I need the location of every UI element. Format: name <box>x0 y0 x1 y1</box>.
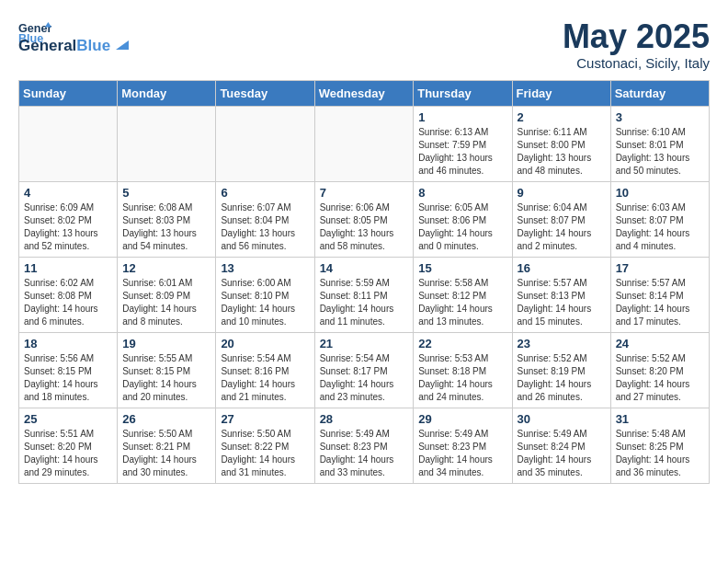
calendar-day-cell: 8Sunrise: 6:05 AM Sunset: 8:06 PM Daylig… <box>414 181 512 257</box>
day-info: Sunrise: 5:56 AM Sunset: 8:15 PM Dayligh… <box>24 352 112 404</box>
calendar-day-cell <box>19 106 118 181</box>
day-number: 10 <box>616 186 704 200</box>
day-info: Sunrise: 6:02 AM Sunset: 8:08 PM Dayligh… <box>24 277 112 328</box>
calendar-day-cell: 13Sunrise: 6:00 AM Sunset: 8:10 PM Dayli… <box>216 257 314 332</box>
day-number: 31 <box>616 412 704 426</box>
calendar-day-cell: 6Sunrise: 6:07 AM Sunset: 8:04 PM Daylig… <box>216 181 314 257</box>
day-number: 27 <box>221 412 309 426</box>
day-number: 8 <box>418 186 506 200</box>
weekday-header-cell: Friday <box>512 80 610 106</box>
calendar-day-cell: 1Sunrise: 6:13 AM Sunset: 7:59 PM Daylig… <box>414 106 512 181</box>
calendar-day-cell: 12Sunrise: 6:01 AM Sunset: 8:09 PM Dayli… <box>118 257 216 332</box>
calendar-day-cell <box>216 106 314 181</box>
calendar-day-cell: 30Sunrise: 5:49 AM Sunset: 8:24 PM Dayli… <box>512 408 610 483</box>
calendar-day-cell: 24Sunrise: 5:52 AM Sunset: 8:20 PM Dayli… <box>610 332 709 408</box>
calendar-day-cell: 22Sunrise: 5:53 AM Sunset: 8:18 PM Dayli… <box>414 332 512 408</box>
day-number: 15 <box>418 261 506 275</box>
day-info: Sunrise: 5:49 AM Sunset: 8:23 PM Dayligh… <box>418 428 506 479</box>
day-number: 29 <box>418 412 506 426</box>
calendar-day-cell: 19Sunrise: 5:55 AM Sunset: 8:15 PM Dayli… <box>118 332 216 408</box>
calendar-day-cell: 14Sunrise: 5:59 AM Sunset: 8:11 PM Dayli… <box>314 257 414 332</box>
day-number: 2 <box>518 110 606 124</box>
day-info: Sunrise: 5:48 AM Sunset: 8:25 PM Dayligh… <box>616 428 704 479</box>
day-number: 14 <box>320 261 409 275</box>
title-area: May 2025 Custonaci, Sicily, Italy <box>563 18 710 71</box>
day-number: 4 <box>24 186 112 200</box>
day-info: Sunrise: 6:08 AM Sunset: 8:03 PM Dayligh… <box>122 201 210 253</box>
calendar-day-cell: 25Sunrise: 5:51 AM Sunset: 8:20 PM Dayli… <box>19 408 118 483</box>
day-number: 23 <box>518 337 606 350</box>
day-number: 24 <box>616 337 704 350</box>
day-number: 28 <box>320 412 409 426</box>
day-info: Sunrise: 6:05 AM Sunset: 8:06 PM Dayligh… <box>418 201 506 253</box>
day-info: Sunrise: 5:58 AM Sunset: 8:12 PM Dayligh… <box>418 277 506 328</box>
calendar-week-row: 11Sunrise: 6:02 AM Sunset: 8:08 PM Dayli… <box>19 257 710 332</box>
day-number: 5 <box>122 186 210 200</box>
calendar-day-cell: 26Sunrise: 5:50 AM Sunset: 8:21 PM Dayli… <box>118 408 216 483</box>
day-info: Sunrise: 5:54 AM Sunset: 8:16 PM Dayligh… <box>221 352 309 404</box>
day-info: Sunrise: 6:09 AM Sunset: 8:02 PM Dayligh… <box>24 201 112 253</box>
day-number: 1 <box>418 110 506 124</box>
calendar-day-cell: 21Sunrise: 5:54 AM Sunset: 8:17 PM Dayli… <box>314 332 414 408</box>
day-info: Sunrise: 6:11 AM Sunset: 8:00 PM Dayligh… <box>518 126 606 178</box>
logo-blue: Blue <box>76 37 110 55</box>
day-number: 17 <box>616 261 704 275</box>
day-info: Sunrise: 6:07 AM Sunset: 8:04 PM Dayligh… <box>221 201 309 253</box>
day-number: 16 <box>518 261 606 275</box>
day-number: 25 <box>24 412 112 426</box>
day-info: Sunrise: 5:52 AM Sunset: 8:20 PM Dayligh… <box>616 352 704 404</box>
location: Custonaci, Sicily, Italy <box>563 55 710 71</box>
day-number: 9 <box>518 186 606 200</box>
day-info: Sunrise: 5:51 AM Sunset: 8:20 PM Dayligh… <box>24 428 112 479</box>
calendar-week-row: 25Sunrise: 5:51 AM Sunset: 8:20 PM Dayli… <box>19 408 710 483</box>
calendar-week-row: 18Sunrise: 5:56 AM Sunset: 8:15 PM Dayli… <box>19 332 710 408</box>
calendar-table: SundayMondayTuesdayWednesdayThursdayFrid… <box>18 80 710 484</box>
calendar-day-cell: 11Sunrise: 6:02 AM Sunset: 8:08 PM Dayli… <box>19 257 118 332</box>
day-info: Sunrise: 6:03 AM Sunset: 8:07 PM Dayligh… <box>616 201 704 253</box>
calendar-day-cell: 9Sunrise: 6:04 AM Sunset: 8:07 PM Daylig… <box>512 181 610 257</box>
page-header: General Blue General Blue May 2025 Custo… <box>18 18 710 71</box>
month-title: May 2025 <box>563 18 710 55</box>
calendar-body: 1Sunrise: 6:13 AM Sunset: 7:59 PM Daylig… <box>19 106 710 483</box>
day-number: 12 <box>122 261 210 275</box>
logo-triangle-icon <box>112 37 129 53</box>
calendar-day-cell: 10Sunrise: 6:03 AM Sunset: 8:07 PM Dayli… <box>610 181 709 257</box>
day-number: 18 <box>24 337 112 350</box>
day-info: Sunrise: 5:50 AM Sunset: 8:22 PM Dayligh… <box>221 428 309 479</box>
day-number: 6 <box>221 186 309 200</box>
day-info: Sunrise: 6:04 AM Sunset: 8:07 PM Dayligh… <box>518 201 606 253</box>
calendar-day-cell: 29Sunrise: 5:49 AM Sunset: 8:23 PM Dayli… <box>414 408 512 483</box>
day-number: 7 <box>320 186 409 200</box>
calendar-day-cell: 16Sunrise: 5:57 AM Sunset: 8:13 PM Dayli… <box>512 257 610 332</box>
calendar-day-cell <box>314 106 414 181</box>
day-number: 21 <box>320 337 409 350</box>
calendar-day-cell: 28Sunrise: 5:49 AM Sunset: 8:23 PM Dayli… <box>314 408 414 483</box>
weekday-header-row: SundayMondayTuesdayWednesdayThursdayFrid… <box>19 80 710 106</box>
day-number: 11 <box>24 261 112 275</box>
day-info: Sunrise: 5:52 AM Sunset: 8:19 PM Dayligh… <box>518 352 606 404</box>
day-info: Sunrise: 6:06 AM Sunset: 8:05 PM Dayligh… <box>320 201 409 253</box>
day-info: Sunrise: 5:57 AM Sunset: 8:14 PM Dayligh… <box>616 277 704 328</box>
calendar-week-row: 1Sunrise: 6:13 AM Sunset: 7:59 PM Daylig… <box>19 106 710 181</box>
day-number: 19 <box>122 337 210 350</box>
day-number: 26 <box>122 412 210 426</box>
calendar-day-cell: 7Sunrise: 6:06 AM Sunset: 8:05 PM Daylig… <box>314 181 414 257</box>
svg-marker-3 <box>116 40 129 50</box>
calendar-day-cell: 5Sunrise: 6:08 AM Sunset: 8:03 PM Daylig… <box>118 181 216 257</box>
calendar-day-cell: 27Sunrise: 5:50 AM Sunset: 8:22 PM Dayli… <box>216 408 314 483</box>
weekday-header-cell: Thursday <box>414 80 512 106</box>
calendar-day-cell: 3Sunrise: 6:10 AM Sunset: 8:01 PM Daylig… <box>610 106 709 181</box>
weekday-header-cell: Monday <box>118 80 216 106</box>
day-number: 22 <box>418 337 506 350</box>
calendar-day-cell: 18Sunrise: 5:56 AM Sunset: 8:15 PM Dayli… <box>19 332 118 408</box>
logo: General Blue General Blue <box>18 18 129 55</box>
calendar-day-cell: 20Sunrise: 5:54 AM Sunset: 8:16 PM Dayli… <box>216 332 314 408</box>
day-number: 20 <box>221 337 309 350</box>
day-number: 3 <box>616 110 704 124</box>
day-info: Sunrise: 6:10 AM Sunset: 8:01 PM Dayligh… <box>616 126 704 178</box>
day-info: Sunrise: 6:01 AM Sunset: 8:09 PM Dayligh… <box>122 277 210 328</box>
day-info: Sunrise: 5:55 AM Sunset: 8:15 PM Dayligh… <box>122 352 210 404</box>
day-info: Sunrise: 5:59 AM Sunset: 8:11 PM Dayligh… <box>320 277 409 328</box>
weekday-header-cell: Wednesday <box>314 80 414 106</box>
day-number: 30 <box>518 412 606 426</box>
